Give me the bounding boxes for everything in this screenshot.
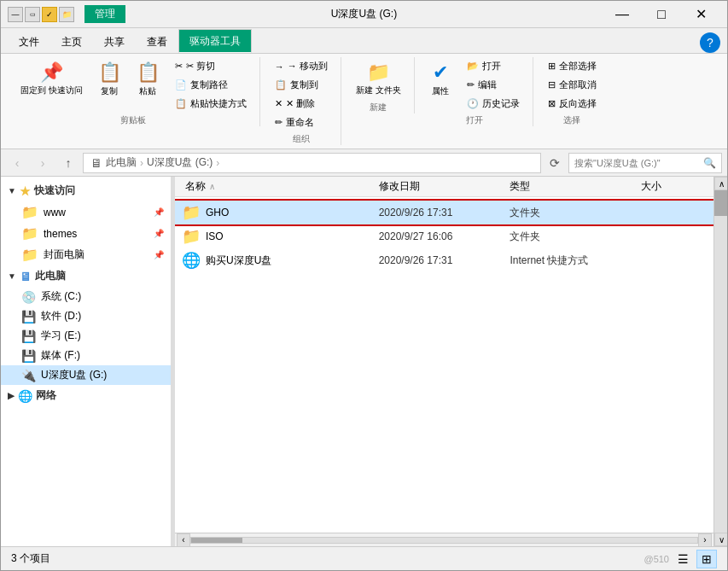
active-tab-label[interactable]: 管理 xyxy=(84,5,125,23)
select-none-button[interactable]: ⊟全部取消 xyxy=(542,76,603,94)
search-input[interactable] xyxy=(574,158,700,168)
path-part-drive: U深度U盘 (G:) xyxy=(147,155,213,170)
organize-column: →→ 移动到 📋复制到 ✕✕ 删除 ✏重命名 xyxy=(269,57,334,131)
sidebar-item-www[interactable]: 📁 www 📌 xyxy=(1,201,171,223)
tab-home[interactable]: 主页 xyxy=(50,31,93,53)
move-to-button[interactable]: →→ 移动到 xyxy=(269,57,334,75)
vscroll-track[interactable] xyxy=(714,190,727,533)
sidebar-item-d[interactable]: 💾 软件 (D:) xyxy=(1,306,171,326)
col-header-date[interactable]: 修改日期 xyxy=(376,179,507,194)
invert-selection-button[interactable]: ⊠反向选择 xyxy=(542,95,603,113)
address-path[interactable]: 🖥 此电脑 › U深度U盘 (G:) › xyxy=(83,153,541,173)
tab-drive-tools[interactable]: 驱动器工具 xyxy=(178,29,252,53)
taskbar-icon[interactable]: ✓ xyxy=(42,7,57,22)
list-view-button[interactable]: ⊞ xyxy=(696,550,717,568)
folder-icon-small[interactable]: 📁 xyxy=(59,7,74,22)
this-pc-label: 此电脑 xyxy=(35,269,66,283)
properties-button[interactable]: ✔ 属性 xyxy=(423,57,457,102)
up-button[interactable]: ↑ xyxy=(57,152,79,174)
horizontal-scrollbar[interactable]: ‹ › xyxy=(175,533,713,546)
file-type-iso: 文件夹 xyxy=(510,230,641,244)
title-bar-controls: — ▭ ✓ 📁 xyxy=(8,7,74,22)
edit-button[interactable]: ✏编辑 xyxy=(461,76,526,94)
refresh-button[interactable]: ⟳ xyxy=(545,153,565,173)
quick-access-label: 快速访问 xyxy=(34,184,75,198)
drive-icon-d: 💾 xyxy=(21,310,36,323)
file-row-gho[interactable]: 📁 GHO 2020/9/26 17:31 文件夹 xyxy=(175,201,713,224)
window-title: U深度U盘 (G:) xyxy=(125,7,603,21)
open-column: 📂打开 ✏编辑 🕐历史记录 xyxy=(461,57,526,113)
file-date-gho: 2020/9/26 17:31 xyxy=(379,207,510,218)
vscroll-up[interactable]: ∧ xyxy=(714,177,727,190)
sidebar-label-e: 学习 (E:) xyxy=(41,329,81,343)
this-pc-section[interactable]: ▼ 🖥 此电脑 xyxy=(1,265,171,287)
rename-button[interactable]: ✏重命名 xyxy=(269,114,334,131)
back-button[interactable]: ‹ xyxy=(6,152,28,174)
quick-access-section[interactable]: ▼ ★ 快速访问 xyxy=(1,180,171,201)
hscroll-right[interactable]: › xyxy=(698,533,712,547)
sidebar-item-e[interactable]: 💾 学习 (E:) xyxy=(1,326,171,346)
title-bar: — ▭ ✓ 📁 管理 U深度U盘 (G:) — □ ✕ xyxy=(1,1,727,28)
paste-shortcut-button[interactable]: 📋粘贴快捷方式 xyxy=(169,95,253,113)
sidebar-item-c[interactable]: 💿 系统 (C:) xyxy=(1,287,171,306)
hscroll-thumb[interactable] xyxy=(191,538,242,543)
vertical-scrollbar[interactable]: ∧ ∨ xyxy=(713,177,727,546)
path-separator: › xyxy=(140,157,143,169)
file-type-url: Internet 快捷方式 xyxy=(510,253,641,268)
ribbon-group-clipboard: 📌 固定到 快速访问 📋 复制 📋 粘贴 ✂✂ 剪切 xyxy=(8,57,260,126)
minimize-button[interactable]: — xyxy=(603,1,642,28)
sidebar-label-www: www xyxy=(44,207,66,218)
sidebar-item-g[interactable]: 🔌 U深度U盘 (G:) xyxy=(1,365,171,385)
open-buttons: ✔ 属性 📂打开 ✏编辑 🕐历史记录 xyxy=(423,57,526,113)
maximize-button[interactable]: □ xyxy=(642,1,681,28)
minimize-icon[interactable]: — xyxy=(8,7,23,22)
history-button[interactable]: 🕐历史记录 xyxy=(461,95,526,113)
hscroll-track[interactable] xyxy=(190,537,698,544)
forward-button[interactable]: › xyxy=(32,152,54,174)
organize-buttons: →→ 移动到 📋复制到 ✕✕ 删除 ✏重命名 xyxy=(269,57,334,131)
tab-share[interactable]: 共享 xyxy=(93,31,136,53)
open-button[interactable]: 📂打开 xyxy=(461,57,526,75)
search-box[interactable]: 🔍 xyxy=(568,153,722,173)
vscroll-down[interactable]: ∨ xyxy=(714,533,727,546)
copy-button[interactable]: 📋 复制 xyxy=(92,57,127,102)
network-section[interactable]: ▶ 🌐 网络 xyxy=(1,385,171,406)
col-header-type[interactable]: 类型 xyxy=(506,179,638,194)
sidebar-item-themes[interactable]: 📁 themes 📌 xyxy=(1,223,171,244)
paste-button[interactable]: 📋 粘贴 xyxy=(131,57,166,102)
restore-icon[interactable]: ▭ xyxy=(25,7,40,22)
tab-file[interactable]: 文件 xyxy=(8,31,50,53)
col-header-name[interactable]: 名称 ∧ xyxy=(182,179,376,194)
sidebar-item-cover[interactable]: 📁 封面电脑 📌 xyxy=(1,244,171,265)
pin-icon-themes: 📌 xyxy=(154,229,164,238)
ribbon-group-select: ⊞全部选择 ⊟全部取消 ⊠反向选择 选择 xyxy=(535,57,609,126)
cut-button[interactable]: ✂✂ 剪切 xyxy=(169,57,253,75)
item-count: 3 个项目 xyxy=(11,551,50,566)
file-row-url[interactable]: 🌐 购买U深度U盘 2020/9/26 17:31 Internet 快捷方式 xyxy=(175,248,713,272)
copy-path-button[interactable]: 📄复制路径 xyxy=(169,76,253,94)
help-button[interactable]: ? xyxy=(700,32,720,53)
select-all-button[interactable]: ⊞全部选择 xyxy=(542,57,603,75)
pin-to-quick-access-button[interactable]: 📌 固定到 快速访问 xyxy=(15,57,89,100)
vscroll-thumb[interactable] xyxy=(714,190,727,216)
details-view-button[interactable]: ☰ xyxy=(673,550,693,568)
ribbon-group-organize: →→ 移动到 📋复制到 ✕✕ 删除 ✏重命名 组织 xyxy=(262,57,341,145)
file-row-iso[interactable]: 📁 ISO 2020/9/27 16:06 文件夹 xyxy=(175,224,713,248)
folder-icon-iso: 📁 xyxy=(182,227,201,246)
tab-view[interactable]: 查看 xyxy=(136,31,178,53)
ribbon-tab-bar: 文件 主页 共享 查看 驱动器工具 ? xyxy=(1,28,727,54)
sidebar-label-cover: 封面电脑 xyxy=(44,248,84,262)
delete-button[interactable]: ✕✕ 删除 xyxy=(269,95,334,113)
select-label: 选择 xyxy=(542,114,603,126)
copy-to-button[interactable]: 📋复制到 xyxy=(269,76,334,94)
col-header-size[interactable]: 大小 xyxy=(638,179,707,194)
folder-icon-www: 📁 xyxy=(21,204,38,220)
hscroll-left[interactable]: ‹ xyxy=(177,533,190,547)
close-button[interactable]: ✕ xyxy=(681,1,720,28)
new-folder-button[interactable]: 📁 新建 文件夹 xyxy=(350,57,407,100)
sidebar-item-f[interactable]: 💾 媒体 (F:) xyxy=(1,346,171,365)
file-type-gho: 文件夹 xyxy=(510,206,641,220)
drive-icon-e: 💾 xyxy=(21,329,36,343)
folder-icon-gho: 📁 xyxy=(182,203,201,222)
internet-icon-url: 🌐 xyxy=(182,251,201,270)
